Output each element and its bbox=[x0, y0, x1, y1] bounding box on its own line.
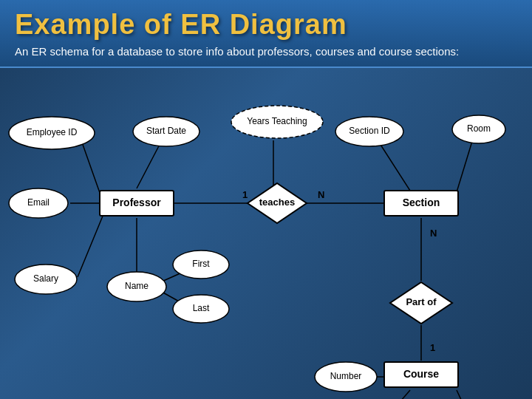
svg-line-11 bbox=[457, 139, 473, 192]
attr-section-id: Section ID bbox=[335, 117, 403, 146]
attr-number: Number bbox=[315, 362, 377, 392]
attr-last: Last bbox=[173, 295, 229, 323]
svg-text:Email: Email bbox=[27, 197, 50, 208]
er-diagram: 1 N N 1 Professor teaches Section bbox=[0, 89, 532, 399]
attr-name-professor: Name bbox=[107, 272, 166, 301]
svg-text:Name: Name bbox=[125, 281, 149, 291]
svg-text:1: 1 bbox=[430, 342, 435, 353]
entity-course: Course bbox=[384, 362, 458, 387]
title-bar: Example of ER Diagram An ER schema for a… bbox=[0, 0, 532, 68]
svg-text:Start Date: Start Date bbox=[146, 126, 186, 136]
attr-salary: Salary bbox=[15, 265, 77, 294]
entity-professor: Professor bbox=[100, 191, 174, 216]
svg-text:Salary: Salary bbox=[33, 273, 58, 284]
svg-text:Part of: Part of bbox=[406, 296, 437, 307]
svg-text:First: First bbox=[192, 259, 210, 269]
svg-line-2 bbox=[78, 214, 103, 277]
relationship-partof: Part of bbox=[390, 282, 452, 324]
relationship-teaches: teaches bbox=[248, 183, 307, 223]
svg-line-10 bbox=[377, 139, 410, 191]
slide: Example of ER Diagram An ER schema for a… bbox=[0, 0, 532, 399]
svg-text:Room: Room bbox=[467, 123, 491, 134]
slide-title: Example of ER Diagram bbox=[15, 9, 517, 41]
attr-start-date: Start Date bbox=[133, 117, 200, 146]
attr-years-teaching: Years Teaching bbox=[231, 106, 323, 138]
svg-text:Section: Section bbox=[403, 197, 440, 208]
attr-room: Room bbox=[452, 115, 505, 143]
attr-first: First bbox=[173, 250, 229, 279]
svg-line-15 bbox=[377, 390, 410, 399]
svg-text:N: N bbox=[430, 228, 437, 239]
entity-section: Section bbox=[384, 191, 458, 216]
attr-email: Email bbox=[9, 188, 68, 218]
svg-text:Number: Number bbox=[330, 371, 362, 381]
svg-text:Professor: Professor bbox=[112, 197, 161, 208]
svg-text:Years Teaching: Years Teaching bbox=[247, 116, 307, 126]
svg-text:1: 1 bbox=[242, 189, 248, 200]
svg-text:Course: Course bbox=[403, 368, 439, 380]
svg-text:N: N bbox=[318, 189, 324, 200]
svg-text:Last: Last bbox=[193, 303, 210, 313]
svg-text:Section ID: Section ID bbox=[349, 126, 390, 136]
slide-subtitle: An ER schema for a database to store inf… bbox=[15, 44, 517, 59]
svg-line-16 bbox=[457, 390, 473, 399]
svg-text:teaches: teaches bbox=[259, 197, 295, 208]
attr-employee-id: Employee ID bbox=[9, 117, 95, 149]
svg-text:Employee ID: Employee ID bbox=[27, 127, 78, 137]
